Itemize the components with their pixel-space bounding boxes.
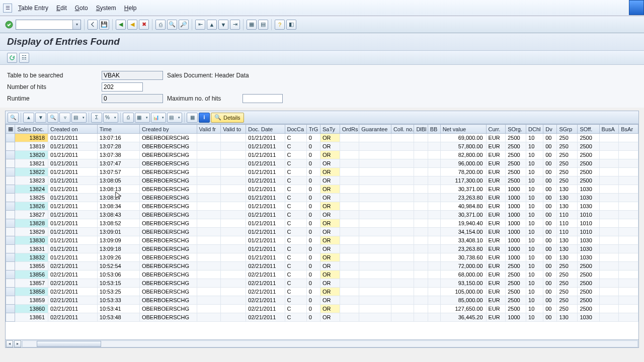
graphic-icon[interactable]: ▦ xyxy=(187,113,198,123)
scroll-left-icon[interactable]: ◂ xyxy=(6,340,13,347)
col-header[interactable]: Coll. no. xyxy=(391,125,414,134)
horizontal-scrollbar[interactable]: ◂ ▸ xyxy=(6,339,638,347)
detail-icon[interactable]: 🔍 xyxy=(8,113,19,123)
menu-system[interactable]: System xyxy=(92,4,120,13)
table-row[interactable]: 1383101/21/201113:09:18OBERBOERSCHG01/21… xyxy=(6,245,638,253)
layout-icon[interactable]: ◧ xyxy=(286,20,296,30)
find-icon[interactable]: 🔍 xyxy=(167,20,177,30)
col-header[interactable]: Dv xyxy=(543,125,557,134)
row-selector[interactable] xyxy=(6,245,15,253)
sort-desc-icon[interactable]: ▼ xyxy=(35,113,46,123)
next-page-icon[interactable]: ▼ xyxy=(218,20,228,30)
col-header[interactable]: BusA xyxy=(599,125,619,134)
print-icon[interactable]: ⎙ xyxy=(155,20,166,30)
refresh-icon[interactable] xyxy=(7,53,17,63)
prev-page-icon[interactable]: ▲ xyxy=(207,20,217,30)
col-header[interactable]: Time xyxy=(97,125,139,134)
row-selector[interactable] xyxy=(6,279,15,288)
table-row[interactable]: 1385802/21/201110:53:25OBERBOERSCHG02/21… xyxy=(6,288,638,296)
cancel-button[interactable]: ✖ xyxy=(139,20,149,30)
col-header[interactable]: SaTy xyxy=(320,125,340,134)
row-selector[interactable] xyxy=(6,194,15,202)
table-row[interactable]: 1382801/21/201113:08:52OBERBOERSCHG01/21… xyxy=(6,219,638,228)
row-selector[interactable] xyxy=(6,270,15,279)
col-header[interactable]: BB xyxy=(428,125,440,134)
filter-dropdown[interactable]: ▤▾ xyxy=(71,113,87,123)
table-row[interactable]: 1383201/21/201113:09:26OBERBOERSCHG01/21… xyxy=(6,253,638,262)
table-row[interactable]: 1382301/21/201113:08:05OBERBOERSCHG01/21… xyxy=(6,176,638,185)
shortcut-icon[interactable]: ▤ xyxy=(258,20,268,30)
filter-icon[interactable]: ▿ xyxy=(59,113,70,123)
sort-asc-icon[interactable]: ▲ xyxy=(23,113,34,123)
table-row[interactable]: 1382901/21/201113:09:01OBERBOERSCHG01/21… xyxy=(6,228,638,236)
subtotal-dropdown[interactable]: %▾ xyxy=(103,113,118,123)
col-header[interactable]: SGrp xyxy=(557,125,578,134)
row-selector[interactable] xyxy=(6,236,15,245)
scroll-thumb[interactable] xyxy=(37,341,101,347)
col-header[interactable]: TrG xyxy=(306,125,320,134)
table-row[interactable]: 1383001/21/201113:09:09OBERBOERSCHG01/21… xyxy=(6,236,638,245)
table-row[interactable]: 1382501/21/201113:08:27OBERBOERSCHG01/21… xyxy=(6,194,638,202)
back-button[interactable]: ◀ xyxy=(116,20,126,30)
table-row[interactable]: 1382001/21/201113:07:38OBERBOERSCHG01/21… xyxy=(6,151,638,159)
export-dropdown[interactable]: 📊▾ xyxy=(151,113,166,123)
row-selector[interactable] xyxy=(6,296,15,305)
details-button[interactable]: 🔍Details xyxy=(211,113,244,123)
menu-edit[interactable]: Edit xyxy=(52,4,71,13)
col-header[interactable]: Doc. Date xyxy=(246,125,285,134)
first-page-icon[interactable]: ⇤ xyxy=(195,20,205,30)
col-header[interactable]: Sales Doc. xyxy=(15,125,48,134)
col-header[interactable]: Guarantee xyxy=(359,125,391,134)
row-selector[interactable] xyxy=(6,305,15,313)
row-selector[interactable] xyxy=(6,262,15,270)
col-header[interactable]: DlBl xyxy=(414,125,428,134)
row-selector[interactable] xyxy=(6,211,15,219)
menu-goto[interactable]: Goto xyxy=(71,4,92,13)
col-header[interactable]: OrdRs xyxy=(340,125,359,134)
row-selector[interactable] xyxy=(6,288,15,296)
scroll-right-icon[interactable]: ▸ xyxy=(14,340,21,347)
view-dropdown[interactable]: ▦▾ xyxy=(135,113,150,123)
exit-button[interactable]: ◀ xyxy=(127,20,137,30)
last-page-icon[interactable]: ⇥ xyxy=(230,20,240,30)
table-row[interactable]: 1382201/21/201113:07:57OBERBOERSCHG01/21… xyxy=(6,168,638,176)
hits-input[interactable] xyxy=(102,82,143,92)
total-icon[interactable]: Σ xyxy=(91,113,102,123)
criteria-icon[interactable]: ☷ xyxy=(19,53,29,63)
table-row[interactable]: 1386102/21/201110:53:48OBERBOERSCHG02/21… xyxy=(6,313,638,322)
table-row[interactable]: 1382401/21/201113:08:13OBERBOERSCHG01/21… xyxy=(6,185,638,194)
command-field[interactable]: ▾ xyxy=(16,20,81,30)
row-selector[interactable] xyxy=(6,219,15,228)
row-selector[interactable] xyxy=(6,176,15,185)
app-menu-icon[interactable]: ☰ xyxy=(3,4,12,13)
row-selector[interactable] xyxy=(6,134,15,142)
table-row[interactable]: 1385902/21/201110:53:33OBERBOERSCHG02/21… xyxy=(6,296,638,305)
table-row[interactable]: 1385502/21/201110:52:54OBERBOERSCHG02/21… xyxy=(6,262,638,270)
info-icon[interactable]: i xyxy=(199,113,210,123)
col-header[interactable]: SOrg. xyxy=(506,125,526,134)
table-row[interactable]: 1385602/21/201110:53:06OBERBOERSCHG02/21… xyxy=(6,270,638,279)
col-header[interactable]: Valid fr xyxy=(197,125,221,134)
col-header[interactable]: Valid to xyxy=(221,125,246,134)
col-header[interactable]: BsAr xyxy=(619,125,638,134)
row-selector[interactable] xyxy=(6,168,15,176)
row-selector[interactable] xyxy=(6,253,15,262)
col-header[interactable]: Created on xyxy=(48,125,98,134)
print-grid-icon[interactable]: ⎙ xyxy=(123,113,134,123)
row-selector[interactable] xyxy=(6,151,15,159)
table-row[interactable]: 1381801/21/201113:07:16OBERBOERSCHG01/21… xyxy=(6,134,638,142)
save-icon[interactable]: 💾 xyxy=(99,20,109,30)
find-next-icon[interactable]: 🔎 xyxy=(179,20,189,30)
table-row[interactable]: 1381901/21/201113:07:28OBERBOERSCHG01/21… xyxy=(6,142,638,151)
menu-table-entry[interactable]: Table Entry xyxy=(14,4,52,13)
row-selector[interactable] xyxy=(6,142,15,151)
help-icon[interactable]: ? xyxy=(275,20,285,30)
col-header[interactable]: Net value xyxy=(440,125,486,134)
col-header[interactable]: SOff. xyxy=(578,125,599,134)
row-selector[interactable] xyxy=(6,185,15,194)
window-control[interactable] xyxy=(629,0,644,15)
max-hits-input[interactable] xyxy=(243,94,283,103)
row-selector[interactable] xyxy=(6,228,15,236)
select-all-header[interactable]: ▦ xyxy=(6,125,15,134)
table-row[interactable]: 1385702/21/201110:53:15OBERBOERSCHG02/21… xyxy=(6,279,638,288)
